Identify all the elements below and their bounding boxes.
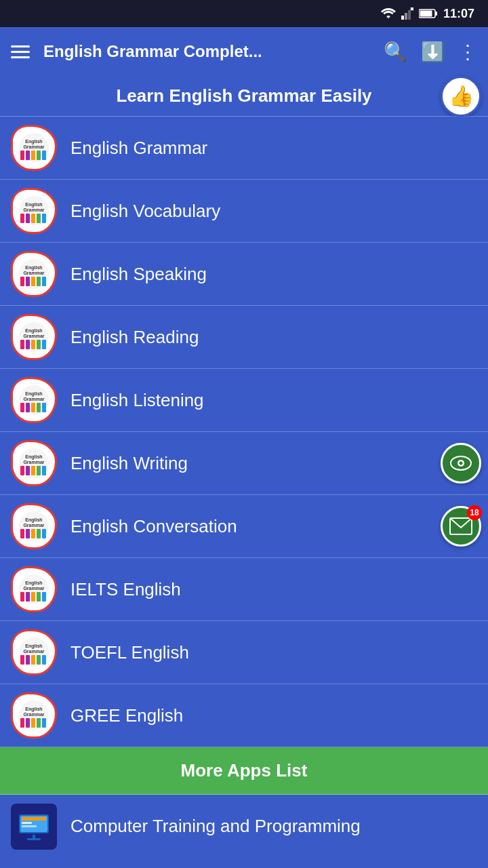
monitor-icon bbox=[18, 813, 50, 840]
svg-rect-54 bbox=[37, 466, 41, 475]
item-icon-8: English Grammar bbox=[11, 566, 57, 612]
list-item-9[interactable]: English Grammar TOEFL English bbox=[0, 621, 488, 684]
list-item-7[interactable]: English Grammar English Conversation 18 bbox=[0, 495, 488, 558]
svg-rect-80 bbox=[26, 655, 30, 665]
svg-rect-14 bbox=[37, 151, 41, 160]
svg-text:Grammar: Grammar bbox=[23, 523, 44, 528]
svg-rect-97 bbox=[33, 835, 35, 838]
thumbs-up-button[interactable]: 👍 bbox=[441, 76, 481, 117]
svg-text:English: English bbox=[25, 265, 42, 271]
status-bar: 11:07 bbox=[0, 0, 488, 27]
svg-rect-53 bbox=[31, 466, 35, 475]
list-item-6[interactable]: English Grammar English Writing bbox=[0, 432, 488, 495]
more-vertical-icon[interactable]: ⋮ bbox=[458, 41, 477, 63]
svg-text:English: English bbox=[25, 707, 42, 712]
item-label-10: GREE English bbox=[70, 705, 183, 726]
status-icons: 11:07 bbox=[381, 7, 474, 21]
list-item-5[interactable]: English Grammar English Listening bbox=[0, 369, 488, 432]
svg-rect-72 bbox=[26, 592, 30, 601]
svg-text:English: English bbox=[25, 454, 42, 460]
svg-rect-23 bbox=[42, 214, 46, 223]
svg-rect-96 bbox=[22, 825, 37, 827]
eye-button[interactable] bbox=[441, 443, 481, 484]
item-label-4: English Reading bbox=[70, 327, 199, 348]
svg-rect-66 bbox=[42, 529, 46, 538]
svg-rect-64 bbox=[31, 529, 35, 538]
svg-rect-19 bbox=[20, 214, 24, 223]
list-item-3[interactable]: English Grammar English Speaking bbox=[0, 243, 488, 306]
signal-icon bbox=[401, 7, 413, 20]
svg-text:English: English bbox=[25, 644, 42, 649]
svg-rect-11 bbox=[20, 151, 24, 160]
svg-rect-45 bbox=[31, 403, 35, 412]
more-apps-button[interactable]: More Apps List bbox=[0, 747, 488, 795]
svg-text:English: English bbox=[25, 139, 42, 144]
svg-rect-2 bbox=[408, 10, 411, 20]
menu-list: English Grammar English Grammar English … bbox=[0, 117, 488, 747]
svg-rect-30 bbox=[37, 277, 41, 286]
svg-rect-71 bbox=[20, 592, 24, 601]
item-icon-9: English Grammar bbox=[11, 629, 57, 675]
svg-rect-74 bbox=[37, 592, 41, 601]
svg-text:English: English bbox=[25, 328, 42, 334]
svg-rect-12 bbox=[26, 151, 30, 160]
item-icon-4: English Grammar bbox=[11, 314, 57, 360]
list-item-8[interactable]: English Grammar IELTS English bbox=[0, 558, 488, 621]
svg-rect-84 bbox=[19, 701, 49, 730]
menu-icon[interactable] bbox=[11, 45, 30, 58]
svg-text:Grammar: Grammar bbox=[23, 271, 44, 275]
svg-text:Grammar: Grammar bbox=[23, 649, 44, 654]
header-banner: Learn English Grammar Easily 👍 bbox=[0, 76, 488, 117]
svg-rect-47 bbox=[42, 403, 46, 412]
download-icon[interactable]: ⬇️ bbox=[421, 41, 445, 63]
battery-icon bbox=[419, 8, 438, 19]
svg-rect-91 bbox=[42, 718, 46, 728]
list-item-1[interactable]: English Grammar English Grammar bbox=[0, 117, 488, 180]
svg-text:Grammar: Grammar bbox=[23, 144, 44, 149]
item-icon-3: English Grammar bbox=[11, 251, 57, 297]
item-icon-7: English Grammar bbox=[11, 503, 57, 549]
svg-rect-1 bbox=[405, 13, 407, 20]
svg-rect-68 bbox=[19, 574, 49, 604]
svg-rect-24 bbox=[19, 259, 49, 289]
svg-rect-37 bbox=[31, 340, 35, 349]
list-item-4[interactable]: English Grammar English Reading bbox=[0, 306, 488, 369]
item-label-2: English Vocabulary bbox=[70, 201, 220, 222]
svg-text:English: English bbox=[25, 580, 42, 586]
svg-rect-39 bbox=[42, 340, 46, 349]
more-apps-label: More Apps List bbox=[181, 760, 308, 781]
item-label-3: English Speaking bbox=[70, 264, 207, 285]
svg-rect-98 bbox=[27, 838, 41, 840]
item-icon-1: English Grammar bbox=[11, 125, 57, 171]
svg-rect-6 bbox=[435, 12, 437, 16]
svg-rect-48 bbox=[19, 448, 49, 478]
svg-text:Grammar: Grammar bbox=[23, 712, 44, 717]
list-item-10[interactable]: English Grammar GREE English bbox=[0, 684, 488, 747]
svg-rect-52 bbox=[26, 466, 30, 475]
computer-icon bbox=[11, 804, 57, 850]
wifi-icon bbox=[381, 8, 396, 19]
svg-rect-75 bbox=[42, 592, 46, 601]
svg-rect-63 bbox=[26, 529, 30, 538]
mail-button[interactable]: 18 bbox=[441, 506, 481, 547]
svg-rect-36 bbox=[26, 340, 30, 349]
svg-rect-82 bbox=[37, 655, 41, 665]
svg-rect-28 bbox=[26, 277, 30, 286]
svg-rect-46 bbox=[37, 403, 41, 412]
svg-rect-95 bbox=[22, 822, 32, 824]
computer-training-item[interactable]: Computer Training and Programming bbox=[0, 795, 488, 858]
svg-rect-32 bbox=[19, 322, 49, 352]
item-label-7: English Conversation bbox=[70, 516, 237, 537]
list-item-2[interactable]: English Grammar English Vocabulary bbox=[0, 180, 488, 243]
svg-rect-89 bbox=[31, 718, 35, 728]
item-label-5: English Listening bbox=[70, 390, 204, 411]
svg-rect-43 bbox=[20, 403, 24, 412]
item-label-6: English Writing bbox=[70, 453, 188, 474]
svg-rect-81 bbox=[31, 655, 35, 665]
svg-rect-62 bbox=[20, 529, 24, 538]
svg-rect-22 bbox=[37, 214, 41, 223]
app-bar-title: English Grammar Complet... bbox=[43, 42, 370, 61]
svg-rect-87 bbox=[20, 718, 24, 728]
svg-rect-20 bbox=[26, 214, 30, 223]
search-icon[interactable]: 🔍 bbox=[384, 41, 407, 63]
